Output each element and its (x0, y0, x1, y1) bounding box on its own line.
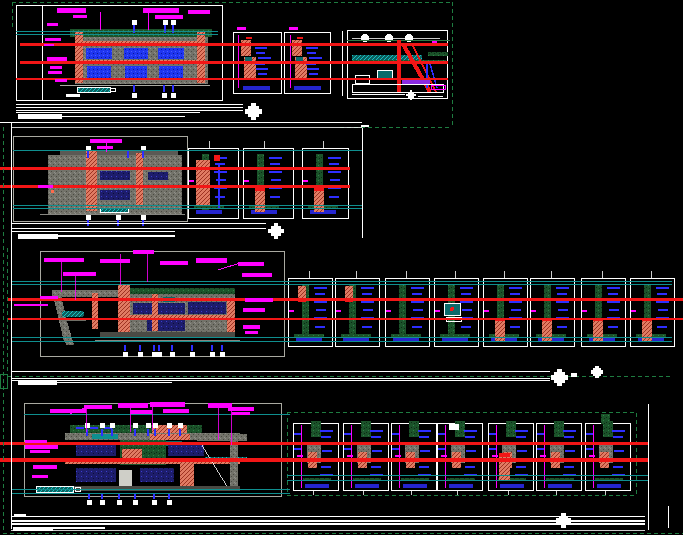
note-text (609, 309, 619, 311)
note-text (516, 436, 526, 438)
drawing-canvas[interactable] (0, 0, 683, 535)
note-text (307, 68, 319, 70)
grid-marker (152, 500, 157, 505)
note-text (270, 163, 280, 165)
cad-entity (197, 32, 205, 83)
cad-entity (92, 434, 118, 439)
window (76, 443, 116, 456)
note-text (269, 171, 282, 173)
cad-entity (136, 153, 143, 206)
title-bar (305, 484, 329, 488)
note-text (215, 196, 225, 198)
dim-text (435, 310, 440, 312)
cad-entity (180, 460, 194, 487)
stamp-glyph (408, 92, 414, 98)
grid-marker (157, 352, 162, 357)
note-text (460, 301, 473, 303)
cad-entity (241, 40, 251, 56)
title-bar (500, 484, 524, 488)
dim-text (245, 298, 273, 302)
note-text (612, 430, 625, 432)
cad-entity (86, 151, 97, 211)
note-text (511, 309, 521, 311)
note-text (413, 309, 423, 311)
door (119, 470, 132, 486)
note-text (216, 179, 226, 181)
cad-entity (230, 440, 238, 490)
note-text (557, 326, 567, 328)
dim-text (63, 272, 96, 276)
dim-text (50, 66, 62, 69)
dim-text (289, 310, 294, 312)
note-text (316, 309, 326, 311)
grid-marker (117, 500, 122, 505)
note-text (328, 171, 341, 173)
note-text (412, 326, 422, 328)
dim-text (484, 310, 489, 312)
grid-marker (178, 423, 183, 428)
note-text (608, 326, 618, 328)
dim-text (336, 310, 341, 312)
note-text (461, 326, 471, 328)
dim-text (25, 440, 47, 443)
window (76, 468, 116, 482)
dim-text (155, 15, 183, 19)
cad-entity (51, 190, 54, 193)
dim-text (238, 262, 264, 266)
dim-text (73, 15, 87, 18)
note-text (460, 287, 473, 289)
note-text (363, 309, 373, 311)
note-text (565, 450, 575, 452)
cad-entity (402, 80, 430, 84)
dim-text (540, 455, 546, 457)
cad-entity (52, 290, 120, 297)
note-text (509, 301, 522, 303)
grid-marker (152, 352, 157, 357)
note-text (438, 433, 445, 435)
window (148, 172, 168, 180)
dim-text (243, 308, 265, 312)
note-text (419, 466, 429, 468)
note-text (510, 326, 520, 328)
cad-entity (255, 188, 265, 191)
note-text (309, 73, 318, 75)
cad-entity (571, 373, 577, 377)
grid-marker (110, 423, 115, 428)
title-bar (13, 527, 53, 531)
window (168, 443, 204, 456)
note-text (464, 430, 477, 432)
dim-text (232, 412, 250, 415)
grid-marker (170, 352, 175, 357)
dim-text (631, 310, 636, 312)
note-text (361, 287, 374, 289)
grid-marker (123, 352, 128, 357)
dim-text (347, 455, 353, 457)
cad-entity (292, 40, 302, 56)
title-bar (355, 484, 379, 488)
note-text (614, 450, 624, 452)
note-text (556, 301, 569, 303)
dim-text (386, 310, 391, 312)
grid-marker (116, 215, 121, 220)
cad-entity (76, 427, 84, 429)
window (133, 303, 185, 314)
note-text (564, 436, 574, 438)
note-text (370, 430, 383, 432)
cad-entity (345, 286, 353, 300)
note-text (361, 301, 374, 303)
stamp-glyph (271, 226, 281, 236)
cad-entity (593, 321, 603, 342)
note-text (294, 433, 301, 435)
dim-text (47, 23, 58, 26)
dim-text (228, 407, 254, 411)
grid-marker (87, 500, 92, 505)
cad-entity (361, 125, 369, 127)
stamp-icon (556, 513, 571, 528)
grid-marker (162, 93, 167, 98)
note-text (362, 293, 372, 295)
note-text (371, 466, 381, 468)
grid-marker (163, 20, 168, 25)
window (188, 302, 226, 314)
note-text (258, 57, 271, 59)
grid-marker (141, 215, 146, 220)
